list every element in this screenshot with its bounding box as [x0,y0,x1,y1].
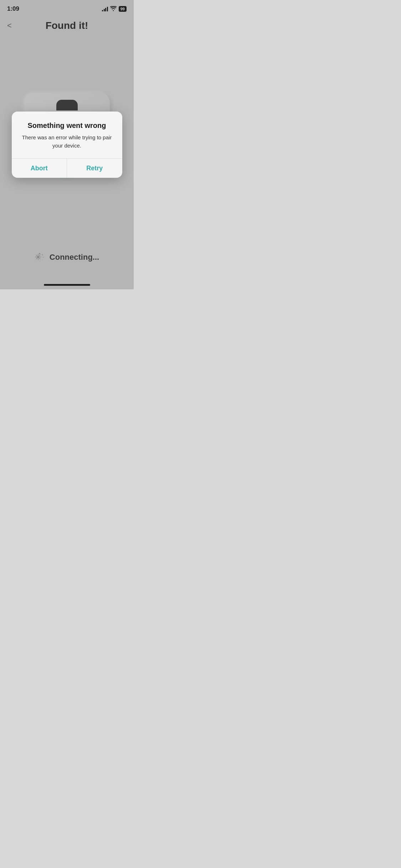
modal-message: There was an error while trying to pair … [20,134,114,150]
modal-actions: Abort Retry [12,159,122,178]
modal-body: Something went wrong There was an error … [12,112,122,159]
modal-overlay: Something went wrong There was an error … [0,0,134,289]
error-modal: Something went wrong There was an error … [12,112,122,178]
abort-button[interactable]: Abort [12,159,67,178]
retry-button[interactable]: Retry [67,159,122,178]
modal-title: Something went wrong [20,121,114,130]
